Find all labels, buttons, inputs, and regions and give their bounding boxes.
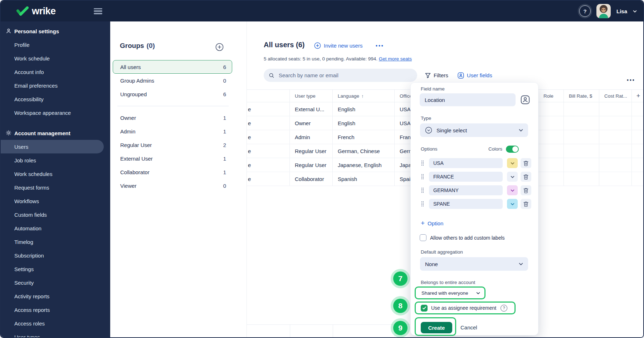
- group-item-owner[interactable]: Owner1: [113, 111, 232, 124]
- cell-name_fragment: e: [247, 158, 290, 172]
- filters-button[interactable]: Filters: [425, 72, 448, 78]
- option-color-dropdown[interactable]: [507, 185, 518, 195]
- group-item-admin[interactable]: Admin1: [113, 124, 232, 138]
- sidebar-item-timelog[interactable]: Timelog: [1, 235, 110, 249]
- sidebar-item-email-preferences[interactable]: Email preferences: [1, 79, 110, 92]
- create-button[interactable]: Create: [421, 322, 452, 333]
- group-item-ungrouped[interactable]: Ungrouped6: [113, 87, 232, 101]
- sidebar-item-job-roles[interactable]: Job roles: [1, 153, 110, 167]
- user-card-icon[interactable]: [521, 95, 530, 104]
- cell-role: [538, 130, 564, 144]
- delete-option-icon[interactable]: [521, 185, 531, 195]
- chevron-down-icon[interactable]: [633, 10, 637, 13]
- sidebar-item-access-roles[interactable]: Access roles: [1, 317, 110, 330]
- sidebar-item-request-forms[interactable]: Request forms: [1, 181, 110, 194]
- group-item-collaborator[interactable]: Collaborator1: [113, 165, 232, 179]
- belongs-label: Belongs to entire account: [421, 280, 475, 285]
- type-select[interactable]: Single select: [420, 123, 528, 137]
- hamburger-icon[interactable]: [94, 8, 102, 14]
- delete-option-icon[interactable]: [521, 172, 531, 182]
- cell-role: [538, 144, 564, 158]
- assignee-requirement-checkbox[interactable]: [421, 305, 428, 312]
- column-header-cost-rat-: Cost Rat...: [599, 90, 632, 102]
- drag-handle-icon[interactable]: [421, 201, 425, 207]
- group-item-count: 1: [223, 156, 226, 162]
- group-item-label: Ungrouped: [120, 91, 147, 97]
- user-fields-button[interactable]: User fields: [458, 72, 492, 79]
- sidebar-item-activity-reports[interactable]: Activity reports: [1, 289, 110, 303]
- table-more-options-icon[interactable]: •••: [627, 77, 635, 83]
- option-value-input[interactable]: [429, 185, 503, 195]
- filter-funnel-icon: [425, 73, 431, 78]
- get-more-seats-link[interactable]: Get more seats: [379, 56, 412, 62]
- aggregation-select[interactable]: None: [420, 257, 528, 271]
- avatar[interactable]: [596, 4, 611, 18]
- more-options-icon[interactable]: •••: [376, 43, 384, 49]
- sidebar-item-automation[interactable]: Automation: [1, 221, 110, 235]
- aggregation-label: Default aggregation: [421, 249, 463, 255]
- option-value-input[interactable]: [429, 158, 503, 168]
- sidebar-item-account-info[interactable]: Account info: [1, 65, 110, 79]
- shared-with-select[interactable]: Shared with everyone: [416, 288, 484, 298]
- cell-add: [632, 130, 644, 144]
- cell-bill_rate: [564, 130, 599, 144]
- search-input[interactable]: [278, 72, 412, 79]
- sidebar-item-user-types[interactable]: User types: [1, 330, 110, 337]
- add-option-button[interactable]: + Option: [421, 219, 443, 227]
- sidebar-item-subscription[interactable]: Subscription: [1, 249, 110, 262]
- sidebar-item-work-schedule[interactable]: Work schedule: [1, 52, 110, 65]
- group-item-external-user[interactable]: External User1: [113, 152, 232, 165]
- sidebar-item-custom-fields[interactable]: Custom fields: [1, 208, 110, 221]
- delete-option-icon[interactable]: [521, 199, 531, 209]
- group-item-viewer[interactable]: Viewer0: [113, 179, 232, 192]
- sidebar-item-accessibility[interactable]: Accessibility: [1, 92, 110, 106]
- user-card-icon: [458, 72, 464, 79]
- column-header-language[interactable]: Language↑: [333, 90, 395, 102]
- colors-toggle[interactable]: [506, 146, 519, 153]
- group-item-count: 1: [223, 115, 226, 121]
- delete-option-icon[interactable]: [521, 158, 531, 168]
- step8-highlight: Use as assignee requirement ?: [415, 302, 516, 314]
- sidebar-item-settings[interactable]: Settings: [1, 262, 110, 276]
- add-group-icon[interactable]: [215, 43, 224, 51]
- question-icon[interactable]: ?: [501, 305, 507, 312]
- group-item-group-admins[interactable]: Group Admins0: [113, 74, 232, 87]
- option-value-input[interactable]: [429, 199, 503, 209]
- search-box[interactable]: [264, 69, 417, 82]
- single-select-icon: [425, 127, 432, 134]
- sidebar-item-workspace-appearance[interactable]: Workspace appearance: [1, 106, 110, 119]
- group-item-count: 1: [223, 169, 226, 175]
- drag-handle-icon[interactable]: [421, 174, 425, 180]
- cell-bill_rate: [564, 116, 599, 130]
- group-item-regular-user[interactable]: Regular User2: [113, 138, 232, 152]
- option-value-input[interactable]: [429, 172, 503, 182]
- group-item-label: All users: [120, 64, 141, 70]
- user-name[interactable]: Lisa: [616, 8, 627, 14]
- drag-handle-icon[interactable]: [421, 160, 425, 166]
- group-item-label: Viewer: [120, 183, 137, 189]
- group-item-all-users[interactable]: All users6: [113, 60, 232, 74]
- topbar: wrike ? Lisa: [1, 1, 643, 21]
- option-color-dropdown[interactable]: [507, 158, 518, 168]
- drag-handle-icon[interactable]: [421, 187, 425, 193]
- sidebar-item-profile[interactable]: Profile: [1, 38, 110, 52]
- allow-custom-labels-checkbox[interactable]: [420, 234, 426, 241]
- sidebar-item-work-schedules[interactable]: Work schedules: [1, 167, 110, 181]
- add-column-button[interactable]: +: [632, 90, 644, 102]
- cell-name_fragment: e: [247, 172, 290, 186]
- option-color-dropdown[interactable]: [507, 172, 518, 182]
- sidebar-item-access-reports[interactable]: Access reports: [1, 303, 110, 317]
- option-color-dropdown[interactable]: [507, 199, 518, 209]
- sidebar-item-users[interactable]: Users: [1, 140, 104, 153]
- sort-arrow-icon: ↑: [361, 93, 364, 99]
- help-icon[interactable]: ?: [579, 5, 591, 17]
- options-list: [411, 158, 538, 212]
- cell-add: [632, 158, 644, 172]
- step-9-badge: 9: [393, 321, 408, 335]
- field-name-input[interactable]: [420, 93, 516, 106]
- cell-language: English: [333, 102, 395, 116]
- sidebar-item-security[interactable]: Security: [1, 276, 110, 289]
- cancel-button[interactable]: Cancel: [460, 320, 477, 334]
- invite-new-users-button[interactable]: Invite new users: [314, 42, 362, 49]
- sidebar-item-workflows[interactable]: Workflows: [1, 194, 110, 208]
